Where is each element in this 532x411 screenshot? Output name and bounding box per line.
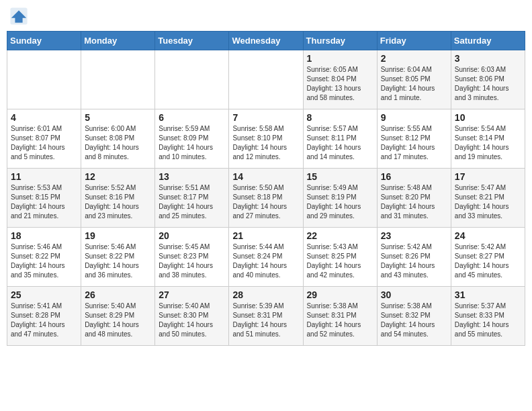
day-cell: 21Sunrise: 5:44 AM Sunset: 8:24 PM Dayli… — [229, 228, 303, 287]
day-cell: 7Sunrise: 5:58 AM Sunset: 8:10 PM Daylig… — [229, 109, 303, 169]
day-cell: 5Sunrise: 6:00 AM Sunset: 8:08 PM Daylig… — [81, 109, 155, 169]
day-info: Sunrise: 5:38 AM Sunset: 8:32 PM Dayligh… — [381, 302, 447, 339]
day-cell: 3Sunrise: 6:03 AM Sunset: 8:06 PM Daylig… — [451, 50, 525, 109]
day-cell: 18Sunrise: 5:46 AM Sunset: 8:22 PM Dayli… — [7, 228, 81, 287]
week-row-2: 4Sunrise: 6:01 AM Sunset: 8:07 PM Daylig… — [7, 109, 525, 169]
day-cell: 8Sunrise: 5:57 AM Sunset: 8:11 PM Daylig… — [303, 109, 377, 169]
day-number: 23 — [381, 230, 447, 241]
day-cell: 16Sunrise: 5:48 AM Sunset: 8:20 PM Dayli… — [377, 169, 451, 228]
day-info: Sunrise: 5:52 AM Sunset: 8:16 PM Dayligh… — [85, 183, 151, 221]
day-number: 6 — [159, 112, 225, 123]
day-info: Sunrise: 6:04 AM Sunset: 8:05 PM Dayligh… — [381, 65, 447, 103]
day-cell: 30Sunrise: 5:38 AM Sunset: 8:32 PM Dayli… — [377, 287, 451, 346]
day-number: 19 — [85, 230, 151, 241]
day-number: 21 — [232, 230, 299, 241]
day-cell: 25Sunrise: 5:41 AM Sunset: 8:28 PM Dayli… — [7, 287, 81, 346]
day-info: Sunrise: 5:53 AM Sunset: 8:15 PM Dayligh… — [11, 183, 77, 221]
day-info: Sunrise: 6:01 AM Sunset: 8:07 PM Dayligh… — [11, 124, 77, 162]
day-cell — [7, 50, 81, 109]
day-number: 18 — [11, 230, 77, 241]
day-cell: 23Sunrise: 5:42 AM Sunset: 8:26 PM Dayli… — [377, 228, 451, 287]
day-header-saturday: Saturday — [451, 32, 525, 50]
day-info: Sunrise: 5:47 AM Sunset: 8:21 PM Dayligh… — [455, 183, 521, 221]
day-info: Sunrise: 6:00 AM Sunset: 8:08 PM Dayligh… — [85, 124, 151, 162]
day-info: Sunrise: 5:59 AM Sunset: 8:09 PM Dayligh… — [159, 124, 225, 162]
day-info: Sunrise: 5:40 AM Sunset: 8:30 PM Dayligh… — [159, 302, 225, 339]
day-cell: 29Sunrise: 5:38 AM Sunset: 8:31 PM Dayli… — [303, 287, 377, 346]
day-number: 1 — [307, 53, 373, 64]
day-info: Sunrise: 5:51 AM Sunset: 8:17 PM Dayligh… — [159, 183, 225, 221]
week-row-5: 25Sunrise: 5:41 AM Sunset: 8:28 PM Dayli… — [7, 287, 525, 346]
day-info: Sunrise: 5:39 AM Sunset: 8:31 PM Dayligh… — [232, 302, 299, 339]
day-cell: 9Sunrise: 5:55 AM Sunset: 8:12 PM Daylig… — [377, 109, 451, 169]
day-info: Sunrise: 5:49 AM Sunset: 8:19 PM Dayligh… — [307, 183, 373, 221]
day-number: 13 — [159, 171, 225, 182]
day-number: 8 — [307, 112, 373, 123]
day-info: Sunrise: 5:57 AM Sunset: 8:11 PM Dayligh… — [307, 124, 373, 162]
day-number: 25 — [11, 289, 77, 300]
week-row-4: 18Sunrise: 5:46 AM Sunset: 8:22 PM Dayli… — [7, 228, 525, 287]
day-info: Sunrise: 6:05 AM Sunset: 8:04 PM Dayligh… — [307, 65, 373, 103]
day-info: Sunrise: 5:48 AM Sunset: 8:20 PM Dayligh… — [381, 183, 447, 221]
day-header-wednesday: Wednesday — [229, 32, 303, 50]
day-info: Sunrise: 5:54 AM Sunset: 8:14 PM Dayligh… — [455, 124, 521, 162]
day-number: 10 — [455, 112, 521, 123]
day-number: 9 — [381, 112, 447, 123]
day-header-tuesday: Tuesday — [155, 32, 229, 50]
day-info: Sunrise: 5:55 AM Sunset: 8:12 PM Dayligh… — [381, 124, 447, 162]
day-info: Sunrise: 5:42 AM Sunset: 8:26 PM Dayligh… — [381, 242, 447, 280]
day-info: Sunrise: 5:43 AM Sunset: 8:25 PM Dayligh… — [307, 242, 373, 280]
week-row-3: 11Sunrise: 5:53 AM Sunset: 8:15 PM Dayli… — [7, 169, 525, 228]
day-number: 3 — [455, 53, 521, 64]
day-number: 16 — [381, 171, 447, 182]
day-cell: 22Sunrise: 5:43 AM Sunset: 8:25 PM Dayli… — [303, 228, 377, 287]
page-header — [7, 7, 525, 26]
day-cell — [229, 50, 303, 109]
day-number: 20 — [159, 230, 225, 241]
day-cell: 19Sunrise: 5:46 AM Sunset: 8:22 PM Dayli… — [81, 228, 155, 287]
day-cell: 27Sunrise: 5:40 AM Sunset: 8:30 PM Dayli… — [155, 287, 229, 346]
day-number: 22 — [307, 230, 373, 241]
day-header-friday: Friday — [377, 32, 451, 50]
day-number: 26 — [85, 289, 151, 300]
week-row-1: 1Sunrise: 6:05 AM Sunset: 8:04 PM Daylig… — [7, 50, 525, 109]
day-number: 7 — [232, 112, 299, 123]
day-cell: 10Sunrise: 5:54 AM Sunset: 8:14 PM Dayli… — [451, 109, 525, 169]
day-info: Sunrise: 6:03 AM Sunset: 8:06 PM Dayligh… — [455, 65, 521, 103]
day-number: 31 — [455, 289, 521, 300]
day-cell: 2Sunrise: 6:04 AM Sunset: 8:05 PM Daylig… — [377, 50, 451, 109]
day-header-monday: Monday — [81, 32, 155, 50]
day-number: 2 — [381, 53, 447, 64]
day-cell: 1Sunrise: 6:05 AM Sunset: 8:04 PM Daylig… — [303, 50, 377, 109]
day-number: 24 — [455, 230, 521, 241]
logo — [9, 7, 31, 26]
day-cell — [155, 50, 229, 109]
day-info: Sunrise: 5:42 AM Sunset: 8:27 PM Dayligh… — [455, 242, 521, 280]
day-number: 5 — [85, 112, 151, 123]
day-cell: 31Sunrise: 5:37 AM Sunset: 8:33 PM Dayli… — [451, 287, 525, 346]
day-cell: 12Sunrise: 5:52 AM Sunset: 8:16 PM Dayli… — [81, 169, 155, 228]
day-cell: 24Sunrise: 5:42 AM Sunset: 8:27 PM Dayli… — [451, 228, 525, 287]
day-number: 12 — [85, 171, 151, 182]
day-number: 28 — [232, 289, 299, 300]
day-info: Sunrise: 5:50 AM Sunset: 8:18 PM Dayligh… — [232, 183, 299, 221]
day-info: Sunrise: 5:46 AM Sunset: 8:22 PM Dayligh… — [85, 242, 151, 280]
day-cell: 20Sunrise: 5:45 AM Sunset: 8:23 PM Dayli… — [155, 228, 229, 287]
day-number: 29 — [307, 289, 373, 300]
day-info: Sunrise: 5:38 AM Sunset: 8:31 PM Dayligh… — [307, 302, 373, 339]
day-info: Sunrise: 5:45 AM Sunset: 8:23 PM Dayligh… — [159, 242, 225, 280]
day-info: Sunrise: 5:46 AM Sunset: 8:22 PM Dayligh… — [11, 242, 77, 280]
day-cell: 6Sunrise: 5:59 AM Sunset: 8:09 PM Daylig… — [155, 109, 229, 169]
day-info: Sunrise: 5:37 AM Sunset: 8:33 PM Dayligh… — [455, 302, 521, 339]
day-cell: 4Sunrise: 6:01 AM Sunset: 8:07 PM Daylig… — [7, 109, 81, 169]
day-info: Sunrise: 5:41 AM Sunset: 8:28 PM Dayligh… — [11, 302, 77, 339]
day-number: 15 — [307, 171, 373, 182]
day-cell: 26Sunrise: 5:40 AM Sunset: 8:29 PM Dayli… — [81, 287, 155, 346]
day-cell: 15Sunrise: 5:49 AM Sunset: 8:19 PM Dayli… — [303, 169, 377, 228]
day-cell: 17Sunrise: 5:47 AM Sunset: 8:21 PM Dayli… — [451, 169, 525, 228]
day-cell: 11Sunrise: 5:53 AM Sunset: 8:15 PM Dayli… — [7, 169, 81, 228]
day-number: 27 — [159, 289, 225, 300]
day-number: 30 — [381, 289, 447, 300]
day-number: 11 — [11, 171, 77, 182]
day-number: 14 — [232, 171, 299, 182]
